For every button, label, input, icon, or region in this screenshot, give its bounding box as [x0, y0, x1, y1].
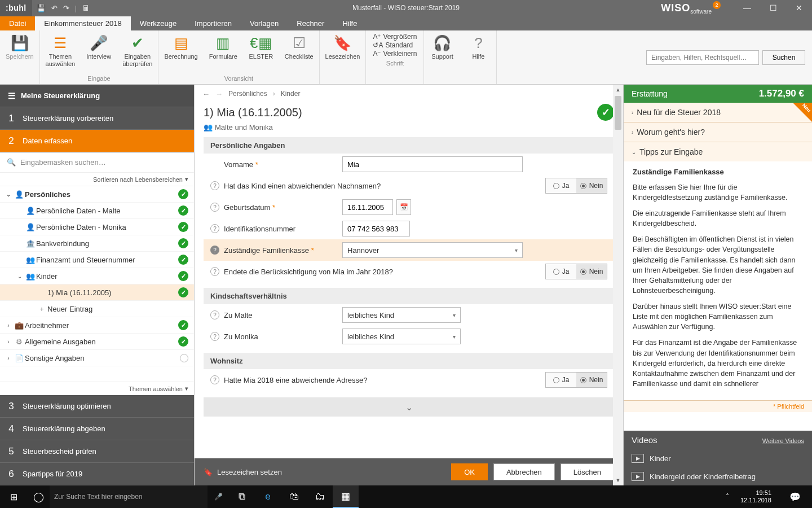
radio-ja[interactable]: Ja: [546, 264, 576, 279]
tab-hilfe[interactable]: Hilfe: [333, 16, 366, 30]
sidebar-themen-link[interactable]: Themen auswählen▾: [0, 382, 194, 395]
radio-nein[interactable]: Nein: [576, 264, 607, 279]
radio-ja[interactable]: Ja: [546, 178, 576, 193]
calendar-button[interactable]: 📅: [396, 199, 411, 215]
help-icon[interactable]: ?: [210, 267, 219, 276]
ribbon-search-input[interactable]: [646, 50, 759, 65]
tray-expand-icon[interactable]: ˄: [726, 493, 729, 501]
ribbon-support[interactable]: 🎧Support: [424, 30, 460, 75]
wiso-app-icon[interactable]: ▦: [333, 485, 359, 508]
breadcrumb-2[interactable]: Kinder: [281, 90, 301, 98]
task-view-icon[interactable]: ⧉: [229, 485, 255, 508]
save-icon[interactable]: 💾: [37, 4, 46, 12]
nav-back-icon[interactable]: ←: [202, 90, 210, 98]
breadcrumb-1[interactable]: Persönliches: [228, 90, 267, 98]
sidebar-step-6[interactable]: 6Spartipps für 2019: [0, 463, 194, 485]
acc-tipps[interactable]: ⌄Tipps zur Eingabe: [624, 142, 812, 161]
radio-ja[interactable]: Ja: [546, 373, 576, 387]
taskbar-search[interactable]: Zur Suche Text hier eingeben: [50, 485, 208, 508]
sidebar-search[interactable]: 🔍Eingabemasken suchen…: [0, 152, 194, 173]
ribbon-berechnung[interactable]: ▤Berechnung: [158, 30, 203, 75]
help-icon[interactable]: ?: [210, 375, 219, 384]
sidebar-step-2[interactable]: 2Daten erfassen: [0, 130, 194, 152]
help-icon[interactable]: ?: [210, 181, 219, 190]
help-icon[interactable]: ?: [210, 203, 219, 212]
video-kinder[interactable]: ▶Kinder: [624, 449, 812, 467]
nav-forward-icon[interactable]: →: [215, 90, 223, 98]
sidebar-step-3[interactable]: 3Steuererklärung optimieren: [0, 395, 194, 418]
radio-nein[interactable]: Nein: [576, 373, 607, 387]
undo-icon[interactable]: ↶: [51, 4, 58, 12]
ribbon-zoom-out[interactable]: A⁻Verkleinern: [373, 50, 417, 58]
ribbon-hilfe[interactable]: ?Hilfe: [460, 30, 496, 75]
cortana-icon[interactable]: ◯: [27, 491, 50, 503]
tree-arbeitnehmer[interactable]: ›💼Arbeitnehmer: [0, 317, 194, 334]
tab-file[interactable]: Datei: [0, 16, 35, 30]
start-button[interactable]: ⊞: [0, 485, 27, 508]
help-icon[interactable]: ?: [210, 224, 219, 233]
store-icon[interactable]: 🛍: [281, 485, 307, 508]
tree-neuer-eintrag[interactable]: +Neuer Eintrag: [0, 301, 194, 317]
tree-kinder[interactable]: ⌄👥Kinder: [0, 268, 194, 284]
ribbon-checkliste[interactable]: ☑Checkliste: [279, 30, 319, 75]
tree-persoenliches[interactable]: ⌄👤Persönliches: [0, 186, 194, 203]
content-scrollbar[interactable]: ▲▼: [613, 85, 623, 485]
edge-icon[interactable]: e: [255, 485, 281, 508]
collapsed-section[interactable]: ⌄: [204, 397, 614, 417]
ribbon-formulare[interactable]: ▥Formulare: [204, 30, 243, 75]
help-icon[interactable]: ?: [210, 246, 219, 255]
close-button[interactable]: ✕: [786, 0, 812, 16]
ok-button[interactable]: OK: [451, 463, 488, 480]
tree-pd-monika[interactable]: 👤Persönliche Daten - Monika: [0, 219, 194, 235]
tab-einkommensteuer[interactable]: Einkommensteuer 2018: [35, 16, 130, 30]
tree-mia[interactable]: 1) Mia (16.11.2005): [0, 284, 194, 301]
ribbon-zoom-in[interactable]: A⁺Vergrößern: [373, 33, 417, 41]
redo-icon[interactable]: ↷: [63, 4, 69, 12]
tab-werkzeuge[interactable]: Werkzeuge: [131, 16, 186, 30]
sidebar-step-5[interactable]: 5Steuerbescheid prüfen: [0, 440, 194, 463]
help-icon[interactable]: ?: [210, 310, 219, 319]
geburt-input[interactable]: [342, 199, 393, 215]
tab-rechner[interactable]: Rechner: [288, 16, 333, 30]
sidebar-step-1[interactable]: 1Steuererklärung vorbereiten: [0, 107, 194, 130]
ribbon-zoom-std[interactable]: ↺AStandard: [373, 41, 417, 49]
acc-worum[interactable]: ›Worum geht's hier?: [624, 122, 812, 142]
video-kindergeld[interactable]: ▶Kindergeld oder Kinderfreibetrag: [624, 467, 812, 485]
tree-finanzamt[interactable]: 👥Finanzamt und Steuernummer: [0, 252, 194, 268]
ribbon-themen[interactable]: ☰Themen auswählen: [40, 30, 81, 75]
calculator-icon[interactable]: 🖩: [82, 4, 90, 12]
tree-sonstige[interactable]: ›📄Sonstige Angaben: [0, 350, 194, 366]
zu-monika-select[interactable]: leibliches Kind▾: [342, 329, 461, 344]
taskbar-clock[interactable]: 19:5112.11.2018: [736, 489, 776, 503]
ribbon-search-button[interactable]: Suchen: [762, 50, 805, 65]
ribbon-save[interactable]: 💾Speichern: [0, 30, 39, 75]
bookmark-link[interactable]: 🔖Lesezeichen setzen: [204, 468, 445, 476]
delete-button[interactable]: Löschen: [561, 463, 614, 480]
sidebar-sort[interactable]: Sortieren nach Lebensbereichen▾: [0, 173, 194, 186]
sidebar-header[interactable]: ☰Meine Steuererklärung: [0, 85, 194, 107]
ident-input[interactable]: [342, 221, 410, 237]
mic-icon[interactable]: 🎤: [208, 493, 229, 501]
tab-vorlagen[interactable]: Vorlagen: [241, 16, 288, 30]
notifications-icon[interactable]: 💬: [783, 492, 807, 502]
help-icon[interactable]: ?: [210, 332, 219, 341]
zu-malte-select[interactable]: leibliches Kind▾: [342, 307, 461, 323]
vorname-input[interactable]: [342, 156, 523, 172]
videos-more-link[interactable]: Weitere Videos: [762, 437, 804, 444]
ribbon-lesezeichen[interactable]: 🔖Lesezeichen: [320, 30, 366, 75]
explorer-icon[interactable]: 🗂: [307, 485, 333, 508]
famkasse-select[interactable]: Hannover▾: [342, 242, 523, 258]
radio-nein[interactable]: Nein: [576, 178, 607, 193]
tree-pd-malte[interactable]: 👤Persönliche Daten - Malte: [0, 203, 194, 219]
tab-importieren[interactable]: Importieren: [186, 16, 241, 30]
cancel-button[interactable]: Abbrechen: [493, 463, 555, 480]
ribbon-interview[interactable]: 🎤Interview: [81, 30, 117, 75]
ribbon-elster[interactable]: €▦ELSTER: [243, 30, 279, 75]
minimize-button[interactable]: —: [734, 0, 760, 16]
maximize-button[interactable]: ☐: [760, 0, 786, 16]
ribbon-eingaben-pruefen[interactable]: ✔Eingaben überprüfen: [117, 30, 158, 75]
acc-neu[interactable]: › Neu für die Steuer 2018 Neu: [624, 103, 812, 122]
sidebar-step-4[interactable]: 4Steuererklärung abgeben: [0, 418, 194, 440]
tree-bank[interactable]: 🏦Bankverbindung: [0, 235, 194, 252]
tree-allgemeine-ausgaben[interactable]: ›⚙Allgemeine Ausgaben: [0, 334, 194, 350]
